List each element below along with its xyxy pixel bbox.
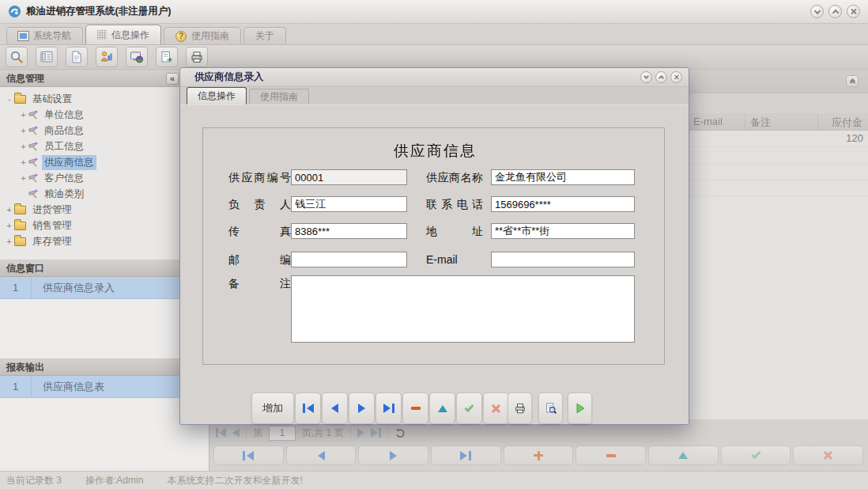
supplier-name-field[interactable] — [491, 169, 635, 185]
next-page-icon[interactable] — [357, 428, 364, 438]
main-tab-bar: 系统导航 信息操作 ? 使用指南 关于 — [0, 24, 868, 45]
page-number-input[interactable] — [269, 426, 296, 441]
remark-field[interactable] — [291, 275, 635, 343]
column-header-remark: 备注 — [750, 116, 771, 130]
tab-info-operation[interactable]: 信息操作 — [85, 25, 161, 44]
close-icon[interactable] — [847, 5, 860, 18]
form-icon[interactable] — [36, 47, 58, 67]
fax-label: 传真 — [228, 225, 291, 239]
prev-record-button[interactable] — [286, 445, 357, 465]
tree-item-customer-info[interactable]: + 客户信息 — [0, 170, 209, 186]
tab-system-nav[interactable]: 系统导航 — [6, 27, 83, 44]
phone-field[interactable] — [491, 196, 635, 212]
print-preview-icon — [545, 402, 557, 415]
tree-item-sales-mgmt[interactable]: + 销售管理 — [0, 218, 209, 233]
next-button[interactable] — [349, 392, 375, 424]
document-icon[interactable] — [66, 47, 88, 67]
record-nav-bar — [213, 445, 863, 465]
run-button[interactable] — [568, 392, 592, 424]
first-button[interactable] — [295, 392, 321, 424]
expander[interactable]: + — [19, 142, 28, 151]
search-icon[interactable] — [6, 47, 28, 67]
list-item-supplier-entry[interactable]: 1 供应商信息录入 — [0, 277, 209, 299]
last-page-icon[interactable] — [371, 428, 381, 438]
page-suffix: 页,共 1 页 — [302, 426, 344, 440]
folder-icon — [14, 237, 26, 246]
dialog-maximize-icon[interactable] — [655, 71, 667, 83]
tree-item-employee-info[interactable]: + 员工信息 — [0, 138, 209, 154]
confirm-record-button[interactable] — [721, 445, 791, 465]
user-chart-icon[interactable] — [96, 47, 118, 67]
supplier-no-field[interactable] — [291, 169, 407, 185]
grid-icon — [97, 30, 107, 40]
first-page-icon[interactable] — [216, 428, 226, 438]
expander[interactable]: + — [5, 237, 13, 246]
printer-icon[interactable] — [186, 47, 208, 67]
cancel-record-button[interactable] — [793, 445, 863, 465]
expander[interactable]: - — [5, 94, 13, 104]
window-icon — [18, 32, 28, 40]
confirm-button[interactable] — [456, 392, 482, 424]
prev-page-icon[interactable] — [232, 428, 240, 438]
report-output-list: 1 供应商信息表 — [0, 376, 209, 468]
tool-icon — [28, 109, 39, 120]
tab-label: 信息操作 — [111, 28, 149, 42]
edit-button[interactable] — [429, 392, 455, 424]
print-button[interactable] — [508, 392, 532, 424]
add-button[interactable]: 增加 — [251, 392, 294, 424]
remove-record-button[interactable] — [576, 445, 646, 465]
dialog-tab-user-guide[interactable]: 使用指南 — [249, 89, 309, 104]
tree-item-supplier-info[interactable]: + 供应商信息 — [0, 154, 209, 170]
edit-record-button[interactable] — [648, 445, 719, 465]
preview-button[interactable] — [538, 392, 563, 424]
email-field[interactable] — [491, 252, 635, 267]
page-prefix: 第 — [253, 426, 262, 440]
tree-item-purchase-mgmt[interactable]: + 进货管理 — [0, 202, 209, 218]
expander[interactable]: + — [19, 126, 28, 135]
tree-item-unit-info[interactable]: + 单位信息 — [0, 107, 209, 123]
delete-button[interactable] — [402, 392, 428, 424]
tab-about[interactable]: 关于 — [243, 27, 286, 44]
minimize-icon[interactable] — [810, 5, 824, 18]
tab-label: 关于 — [255, 29, 274, 43]
dialog-tab-bar: 信息操作 使用指南 — [180, 87, 689, 105]
supplier-no-label: 供应商编号 — [228, 171, 291, 185]
collapse-up-icon[interactable] — [846, 75, 859, 87]
last-record-button[interactable] — [431, 445, 501, 465]
tree-item-product-info[interactable]: + 商品信息 — [0, 123, 209, 138]
doc-export-icon[interactable] — [156, 47, 178, 67]
maximize-icon[interactable] — [828, 5, 842, 18]
last-button[interactable] — [376, 392, 402, 424]
list-item-supplier-report[interactable]: 1 供应商信息表 — [0, 376, 209, 398]
zip-field[interactable] — [291, 252, 407, 267]
next-record-button[interactable] — [358, 445, 428, 465]
folder-icon — [14, 206, 26, 214]
prev-button[interactable] — [322, 392, 348, 424]
fax-field[interactable] — [291, 223, 407, 239]
tab-user-guide[interactable]: ? 使用指南 — [164, 27, 241, 44]
add-record-button[interactable] — [504, 445, 574, 465]
tree-item-inventory-mgmt[interactable]: + 库存管理 — [0, 233, 209, 249]
tree-item-basic-settings[interactable]: - 基础设置 — [0, 91, 209, 107]
expander[interactable]: + — [5, 205, 13, 214]
expander[interactable]: + — [19, 157, 28, 167]
dialog-minimize-icon[interactable] — [640, 71, 652, 83]
dialog-title-bar[interactable]: 供应商信息录入 — [180, 68, 689, 87]
tree-item-grain-category[interactable]: 粮油类别 — [0, 186, 209, 202]
monitor-globe-icon[interactable] — [126, 47, 148, 67]
refresh-icon[interactable] — [394, 427, 406, 439]
status-bar: 当前记录数 3 操作者:Admin 本系统支持二次开发和全新开发! — [0, 471, 868, 489]
cancel-button[interactable] — [483, 392, 509, 424]
zip-label: 邮编 — [228, 253, 291, 267]
first-record-button[interactable] — [213, 445, 284, 465]
expander[interactable]: + — [5, 221, 13, 230]
tool-icon — [28, 157, 39, 168]
manager-field[interactable] — [291, 196, 407, 212]
dialog-close-icon[interactable] — [670, 71, 682, 83]
expander[interactable]: + — [19, 110, 28, 119]
dialog-tab-info-operation[interactable]: 信息操作 — [187, 87, 247, 104]
collapse-left-icon[interactable]: « — [166, 73, 179, 85]
address-field[interactable] — [491, 223, 635, 239]
expander[interactable]: + — [19, 173, 28, 183]
info-window-list: 1 供应商信息录入 — [0, 277, 209, 358]
